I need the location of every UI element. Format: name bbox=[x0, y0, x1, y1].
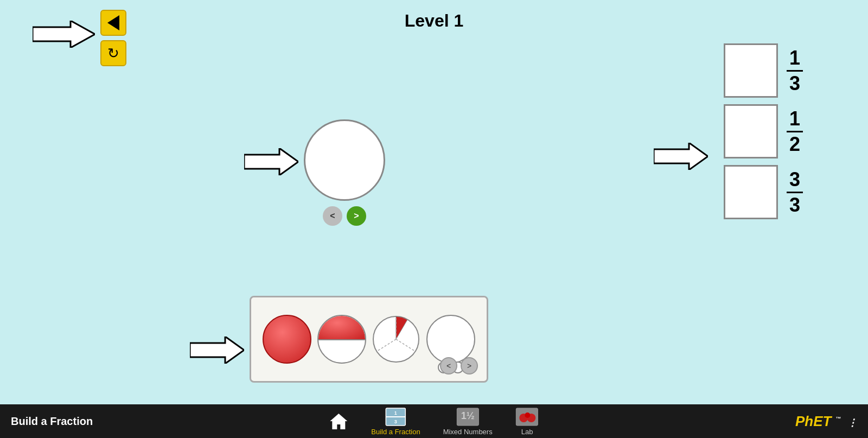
tray-arrow-icon bbox=[190, 337, 244, 364]
nav-lab-label: Lab bbox=[521, 428, 533, 436]
half-circle-icon bbox=[317, 315, 366, 364]
empty-circle-icon bbox=[426, 315, 475, 364]
target-arrow-icon bbox=[654, 143, 708, 170]
tray-prev-button[interactable]: < bbox=[440, 357, 457, 374]
main-area: Level 1 ↻ < > 1 3 bbox=[0, 0, 868, 404]
tray-nav: < > bbox=[440, 357, 478, 374]
fraction-targets: 1 3 1 2 3 3 bbox=[724, 43, 803, 219]
fraction-target-3: 3 3 bbox=[724, 165, 803, 219]
half-line bbox=[318, 339, 365, 340]
svg-marker-8 bbox=[330, 414, 347, 429]
nav-lab[interactable]: Lab bbox=[507, 405, 548, 438]
phet-logo-text: Ph bbox=[795, 413, 813, 429]
fraction-box-2[interactable] bbox=[724, 104, 778, 158]
svg-text:1½: 1½ bbox=[461, 410, 475, 421]
svg-marker-0 bbox=[33, 21, 95, 48]
fraction-numerator-2: 1 bbox=[789, 109, 800, 129]
fraction-denominator-3: 3 bbox=[789, 195, 800, 215]
level-title: Level 1 bbox=[405, 11, 464, 31]
fraction-numerator-3: 3 bbox=[789, 170, 800, 189]
piece-empty-circle[interactable] bbox=[426, 315, 475, 364]
refresh-button[interactable]: ↻ bbox=[100, 40, 126, 66]
mixed-numbers-icon: 1½ bbox=[456, 407, 480, 427]
third-wedge-icon bbox=[372, 315, 420, 364]
nav-home[interactable] bbox=[320, 409, 357, 433]
fraction-denominator-1: 3 bbox=[789, 74, 800, 93]
full-circle-icon bbox=[263, 315, 311, 364]
bottom-nav-items: 1 3 Build a Fraction 1½ Mixed Numbers La… bbox=[320, 405, 547, 438]
main-circle-area: < > bbox=[304, 119, 385, 226]
piece-third-circle[interactable] bbox=[372, 315, 420, 364]
back-button[interactable] bbox=[100, 10, 126, 36]
fraction-box-1[interactable] bbox=[724, 43, 778, 98]
fraction-box-3[interactable] bbox=[724, 165, 778, 219]
top-left-arrow-icon bbox=[33, 21, 95, 48]
fraction-denominator-2: 2 bbox=[789, 135, 800, 154]
svg-marker-2 bbox=[654, 143, 708, 170]
bottom-bar: Build a Fraction 1 3 Build a Fraction 1½ bbox=[0, 404, 868, 438]
fraction-line-2 bbox=[787, 131, 803, 132]
fraction-line-3 bbox=[787, 192, 803, 193]
build-fraction-icon: 1 3 bbox=[385, 407, 406, 427]
phet-logo-et: ET bbox=[813, 413, 831, 429]
nav-build-fraction[interactable]: 1 3 Build a Fraction bbox=[362, 405, 429, 438]
lab-icon bbox=[515, 407, 539, 427]
circle-next-button[interactable]: > bbox=[347, 206, 366, 226]
tray-next-button[interactable]: > bbox=[461, 357, 478, 374]
fraction-line-1 bbox=[787, 70, 803, 72]
circle-arrow-icon bbox=[244, 148, 298, 175]
fraction-numerator-1: 1 bbox=[789, 48, 800, 68]
svg-text:1: 1 bbox=[394, 410, 397, 416]
home-icon bbox=[329, 411, 348, 431]
nav-mixed-numbers-label: Mixed Numbers bbox=[443, 428, 493, 436]
fraction-display-2: 1 2 bbox=[787, 109, 803, 154]
svg-point-18 bbox=[525, 412, 531, 418]
back-arrow-icon bbox=[107, 15, 119, 30]
fraction-target-1: 1 3 bbox=[724, 43, 803, 98]
nav-mixed-numbers[interactable]: 1½ Mixed Numbers bbox=[435, 405, 501, 438]
svg-marker-1 bbox=[244, 148, 298, 175]
phet-menu-icon[interactable]: ⋮ bbox=[847, 417, 857, 428]
fraction-target-2: 1 2 bbox=[724, 104, 803, 158]
half-fill bbox=[318, 316, 365, 339]
piece-full-circle[interactable] bbox=[263, 315, 311, 364]
circle-prev-button[interactable]: < bbox=[323, 206, 342, 226]
phet-logo: PhET ™ ⋮ bbox=[795, 412, 857, 430]
refresh-icon: ↻ bbox=[107, 45, 119, 62]
fraction-display-1: 1 3 bbox=[787, 48, 803, 93]
svg-text:3: 3 bbox=[394, 419, 397, 424]
phet-logo-tm: ™ bbox=[835, 416, 841, 422]
circle-navigation: < > bbox=[323, 206, 366, 226]
bottom-bar-title: Build a Fraction bbox=[11, 415, 93, 428]
piece-half-circle[interactable] bbox=[317, 315, 366, 364]
nav-build-fraction-label: Build a Fraction bbox=[371, 428, 420, 436]
fraction-display-3: 3 3 bbox=[787, 170, 803, 215]
main-fraction-circle[interactable] bbox=[304, 119, 385, 201]
piece-tray: < > bbox=[250, 296, 488, 383]
svg-marker-3 bbox=[190, 337, 244, 364]
